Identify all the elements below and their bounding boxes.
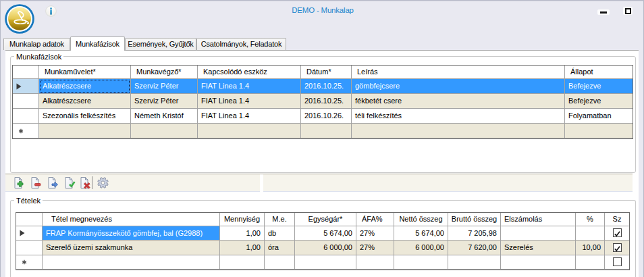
- settings-button[interactable]: [97, 176, 109, 189]
- row-header[interactable]: [13, 94, 39, 109]
- grid-row[interactable]: [16, 255, 629, 270]
- row-header[interactable]: [16, 226, 43, 241]
- grid-cell[interactable]: [265, 255, 295, 270]
- tab-2[interactable]: Munkafázisok: [70, 36, 125, 51]
- grid-cell[interactable]: 7 620,00: [448, 241, 501, 255]
- grid-cell[interactable]: [198, 124, 301, 138]
- row-header[interactable]: [13, 124, 39, 138]
- column-header[interactable]: Leírás: [352, 66, 565, 79]
- grid-cell[interactable]: Szezonális felkészítés: [39, 109, 131, 124]
- accept-row-button[interactable]: [64, 176, 76, 189]
- grid-cell[interactable]: 10,00: [576, 241, 605, 255]
- row-header[interactable]: [16, 241, 43, 255]
- grid-cell[interactable]: óra: [265, 241, 295, 255]
- grid-cell[interactable]: 2016.10.25.: [301, 79, 352, 94]
- grid-cell[interactable]: 6 000,00: [394, 241, 448, 255]
- grid-cell[interactable]: [448, 255, 501, 270]
- checkbox[interactable]: [613, 257, 622, 266]
- grid-cell[interactable]: [220, 255, 265, 270]
- column-header[interactable]: Kapcsolódó eszköz: [198, 66, 301, 79]
- column-header[interactable]: Bruttó összeg: [448, 213, 501, 226]
- cancel-row-button[interactable]: [80, 176, 91, 189]
- add-row-button[interactable]: [14, 176, 25, 189]
- open-row-button[interactable]: [47, 176, 59, 189]
- grid-cell[interactable]: Szerviz Péter: [131, 79, 198, 94]
- column-header[interactable]: Munkaművelet*: [39, 66, 131, 79]
- column-header[interactable]: ÁFA%: [356, 213, 394, 226]
- column-header[interactable]: Tétel megnevezés: [43, 213, 220, 226]
- grid-cell[interactable]: 1,00: [220, 226, 265, 241]
- checkbox[interactable]: [613, 228, 622, 237]
- column-header[interactable]: Sz: [605, 213, 629, 226]
- column-header[interactable]: Egységár*: [295, 213, 356, 226]
- grid-cell[interactable]: [501, 226, 576, 241]
- tab-4[interactable]: Csatolmányok, Feladatok: [196, 38, 286, 50]
- grid-cell[interactable]: 7 205,98: [448, 226, 501, 241]
- grid-cell[interactable]: Befejezve: [565, 94, 633, 109]
- grid-cell[interactable]: 2016.10.25.: [301, 94, 352, 109]
- grid-cell[interactable]: 1,00: [220, 241, 265, 255]
- grid-cell[interactable]: db: [265, 226, 295, 241]
- grid-cell[interactable]: gömbfejcsere: [352, 79, 565, 94]
- grid-cell[interactable]: 5 674,00: [394, 226, 448, 241]
- grid-cell[interactable]: Alkatrészcsere: [39, 94, 131, 109]
- grid-cell[interactable]: [565, 124, 633, 138]
- grid-cell[interactable]: [356, 255, 394, 270]
- grid-row[interactable]: AlkatrészcsereSzerviz PéterFIAT Linea 1.…: [13, 94, 633, 109]
- grid-cell[interactable]: [605, 241, 629, 255]
- grid-cell[interactable]: [605, 226, 629, 241]
- tab-3[interactable]: Események, Gyűjtők: [125, 38, 196, 50]
- column-header[interactable]: Nettó összeg: [394, 213, 448, 226]
- grid-cell[interactable]: 27%: [356, 241, 394, 255]
- grid-row[interactable]: Szerelő üzemi szakmunka1,00óra6 000,0027…: [16, 241, 629, 255]
- grid-cell[interactable]: [295, 255, 356, 270]
- grid-cell[interactable]: [501, 255, 576, 270]
- grid-cell[interactable]: FIAT Linea 1.4: [198, 79, 301, 94]
- grid-cell[interactable]: 27%: [356, 226, 394, 241]
- grid-cell[interactable]: Szerelés: [501, 241, 576, 255]
- page-check-icon: [64, 176, 76, 189]
- column-header[interactable]: Dátum*: [301, 66, 352, 79]
- column-header[interactable]: Állapot: [565, 66, 633, 79]
- grid-cell[interactable]: [39, 124, 131, 138]
- grid-cell[interactable]: Befejezve: [565, 79, 633, 94]
- grid-cell[interactable]: Szerelő üzemi szakmunka: [43, 241, 220, 255]
- grid-row[interactable]: AlkatrészcsereSzerviz PéterFIAT Linea 1.…: [13, 79, 633, 94]
- grid-cell[interactable]: [43, 255, 220, 270]
- grid-cell[interactable]: [394, 255, 448, 270]
- grid-cell[interactable]: [301, 124, 352, 138]
- grid-cell[interactable]: [576, 226, 605, 241]
- grid-cell[interactable]: FRAP Kormányösszekötő gömbfej, bal (G298…: [43, 226, 220, 241]
- grid-cell[interactable]: 2016.10.26.: [301, 109, 352, 124]
- minimize-button[interactable]: [597, 9, 610, 15]
- row-header[interactable]: [13, 79, 39, 94]
- grid-cell[interactable]: téli felkészítés: [352, 109, 565, 124]
- remove-row-button[interactable]: [30, 176, 42, 189]
- grid-row[interactable]: Szezonális felkészítésNémeth KristófFIAT…: [13, 109, 633, 124]
- column-header[interactable]: M.e.: [265, 213, 295, 226]
- grid-cell[interactable]: fékbetét csere: [352, 94, 565, 109]
- grid-cell[interactable]: Alkatrészcsere: [39, 79, 131, 94]
- grid-cell[interactable]: Folyamatban: [565, 109, 633, 124]
- grid-cell[interactable]: [576, 255, 605, 270]
- grid-cell[interactable]: [605, 255, 629, 270]
- grid-row[interactable]: FRAP Kormányösszekötő gömbfej, bal (G298…: [16, 226, 629, 241]
- grid-cell[interactable]: Szerviz Péter: [131, 94, 198, 109]
- grid-cell[interactable]: 5 674,00: [295, 226, 356, 241]
- grid-cell[interactable]: [131, 124, 198, 138]
- row-header[interactable]: [13, 109, 39, 124]
- grid-cell[interactable]: 6 000,00: [295, 241, 356, 255]
- column-header[interactable]: %: [576, 213, 605, 226]
- checkbox[interactable]: [613, 243, 622, 252]
- tab-1[interactable]: Munkalap adatok: [3, 38, 70, 50]
- maximize-button[interactable]: [623, 7, 633, 15]
- column-header[interactable]: Elszámolás: [501, 213, 576, 226]
- grid-row[interactable]: [13, 124, 633, 138]
- grid-cell[interactable]: FIAT Linea 1.4: [198, 109, 301, 124]
- grid-cell[interactable]: FIAT Linea 1.4: [198, 94, 301, 109]
- grid-cell[interactable]: [352, 124, 565, 138]
- column-header[interactable]: Mennyiség: [220, 213, 265, 226]
- row-header[interactable]: [16, 255, 43, 270]
- column-header[interactable]: Munkavégző*: [131, 66, 198, 79]
- grid-cell[interactable]: Németh Kristóf: [131, 109, 198, 124]
